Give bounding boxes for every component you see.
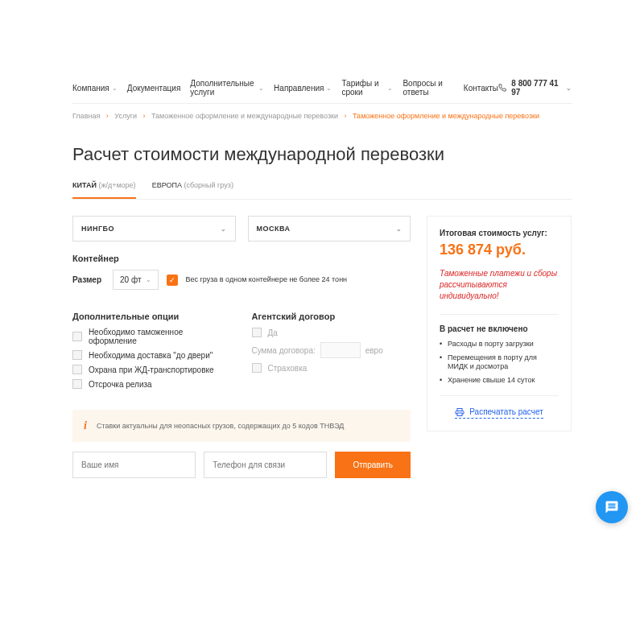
print-link[interactable]: Распечатать расчет [455,407,543,419]
info-icon: i [84,419,87,432]
excluded-title: В расчет не включено [440,324,559,333]
main-nav: Компания⌄ Документация Дополнительные ус… [72,79,498,97]
excluded-item: Хранение свыше 14 суток [440,376,559,386]
option-label: Необходимо таможенное оформление [89,328,232,345]
nav-documentation[interactable]: Документация [127,79,181,97]
nav-tariffs[interactable]: Тарифы и сроки⌄ [341,79,393,97]
breadcrumb-current: Таможенное оформление и международные пе… [353,112,539,120]
breadcrumb-item[interactable]: Главная [72,112,100,120]
options-title: Дополнительные опции [72,312,232,321]
agent-yes-label: Да [268,328,278,337]
insurance-label: Страховка [268,364,308,373]
option-door-delivery-checkbox[interactable] [72,350,82,360]
option-label: Отсрочка релиза [89,380,152,389]
breadcrumb-item[interactable]: Услуги [114,112,137,120]
chevron-down-icon: ⌄ [146,276,151,283]
info-banner: i Ставки актуальны для неопасных грузов,… [72,410,411,442]
phone-number[interactable]: 8 800 777 41 97 ⌄ [498,79,572,97]
chevron-down-icon: ⌄ [221,225,227,233]
amount-label: Сумма договора: [252,346,316,355]
insurance-checkbox[interactable] [252,363,262,373]
page-title: Расчет стоимости международной перевозки [72,144,572,165]
origin-select[interactable]: НИНГБО⌄ [72,216,236,242]
nav-additional-services[interactable]: Дополнительные услуги⌄ [190,79,264,97]
chevron-down-icon: ⌄ [566,85,572,92]
tab-china[interactable]: КИТАЙ (ж/д+море) [72,181,136,199]
breadcrumb: Главная › Услуги › Таможенное оформление… [72,104,572,128]
print-icon [455,407,464,417]
phone-icon [498,83,506,93]
weight-note: Вес груза в одном контейнере не более 24… [186,275,348,285]
nav-contacts[interactable]: Контакты [464,79,498,97]
phone-input[interactable] [204,452,327,478]
breadcrumb-item[interactable]: Таможенное оформление и международные пе… [151,112,338,120]
summary-box: Итоговая стоимость услуг: 136 874 руб. Т… [427,216,572,431]
size-label: Размер [72,275,105,284]
size-select[interactable]: 20 фт⌄ [113,270,159,290]
weight-checkbox[interactable]: ✓ [167,275,178,286]
chevron-down-icon: ⌄ [112,85,118,92]
option-label: Необходима доставка "до двери" [89,351,213,360]
top-navigation: Компания⌄ Документация Дополнительные ус… [72,72,572,104]
info-text: Ставки актуальны для неопасных грузов, с… [97,422,345,430]
total-label: Итоговая стоимость услуг: [440,229,559,237]
total-value: 136 874 руб. [440,242,559,258]
option-customs-checkbox[interactable] [72,332,82,341]
excluded-item: Перемещения в порту для МИДК и досмотра [440,353,559,372]
option-rail-security-checkbox[interactable] [72,365,82,374]
tab-europe[interactable]: ЕВРОПА (сборный груз) [152,181,233,199]
nav-directions[interactable]: Направления⌄ [274,79,332,97]
container-section-title: Контейнер [72,254,411,263]
destination-select[interactable]: МОСКВА⌄ [248,216,411,242]
amount-input[interactable] [320,342,361,358]
amount-currency: евро [365,346,383,355]
nav-faq[interactable]: Вопросы и ответы [402,79,453,97]
option-label: Охрана при ЖД-транспортировке [89,365,214,374]
svg-rect-1 [457,413,462,416]
submit-button[interactable]: Отправить [335,452,411,478]
chevron-down-icon: ⌄ [326,85,332,92]
chevron-down-icon: ⌄ [396,225,402,233]
agent-yes-checkbox[interactable] [252,328,262,337]
option-release-delay-checkbox[interactable] [72,379,82,389]
customs-note: Таможенные платежи и сборы рассчитываютс… [440,268,559,302]
nav-company[interactable]: Компания⌄ [72,79,118,97]
agent-title: Агентский договор [252,312,411,321]
svg-rect-0 [457,408,462,411]
chevron-down-icon: ⌄ [258,85,264,92]
chevron-down-icon: ⌄ [387,85,393,92]
name-input[interactable] [72,452,196,478]
tabs: КИТАЙ (ж/д+море) ЕВРОПА (сборный груз) [72,181,572,200]
excluded-item: Расходы в порту загрузки [440,340,559,349]
